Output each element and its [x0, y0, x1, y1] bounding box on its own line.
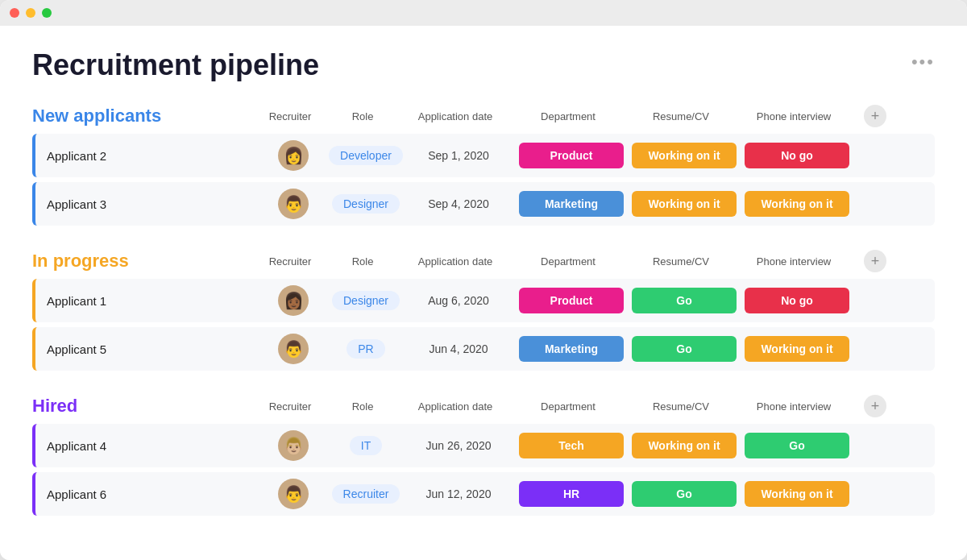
- application-date: Jun 26, 2020: [406, 439, 511, 452]
- avatar: 👨🏼: [278, 430, 309, 461]
- col-header-role: Role: [322, 400, 403, 413]
- resume-badge[interactable]: Go: [632, 288, 737, 313]
- more-options-button[interactable]: •••: [911, 52, 935, 73]
- col-header-application-date: Application date: [403, 255, 508, 268]
- col-header-resume-cv: Resume/CV: [629, 110, 733, 122]
- page-title: Recruitment pipeline: [32, 48, 319, 82]
- applicant-name: Applicant 4: [35, 439, 261, 453]
- phone-interview-badge[interactable]: Working on it: [745, 481, 849, 507]
- resume-cell: Go: [632, 288, 737, 313]
- phone-interview-cell: Working on it: [737, 336, 857, 362]
- col-header-phone-interview: Phone interview: [733, 400, 854, 413]
- section-header-hired: HiredRecruiterRoleApplication dateDepart…: [32, 395, 935, 421]
- phone-interview-cell: Working on it: [737, 481, 857, 507]
- avatar: 👨: [278, 334, 309, 364]
- applicant-name: Applicant 3: [35, 197, 261, 211]
- col-header-department: Department: [508, 255, 629, 268]
- table-row: Applicant 4👨🏼ITJun 26, 2020TechWorking o…: [32, 424, 935, 467]
- avatar-cell: 👨: [261, 479, 326, 509]
- department-badge[interactable]: HR: [519, 481, 624, 507]
- role-cell: Designer: [326, 291, 406, 310]
- phone-interview-badge[interactable]: No go: [745, 143, 849, 168]
- col-header-role: Role: [322, 255, 403, 268]
- resume-cell: Working on it: [632, 191, 737, 217]
- phone-interview-badge[interactable]: Working on it: [745, 191, 849, 217]
- section-header-new: New applicantsRecruiterRoleApplication d…: [32, 105, 935, 131]
- resume-cell: Go: [632, 481, 737, 507]
- section-title-progress: In progress: [32, 251, 258, 272]
- section-hired: HiredRecruiterRoleApplication dateDepart…: [32, 395, 935, 516]
- section-header-progress: In progressRecruiterRoleApplication date…: [32, 250, 935, 276]
- resume-badge[interactable]: Working on it: [632, 143, 737, 168]
- phone-interview-badge[interactable]: No go: [745, 288, 849, 313]
- avatar-cell: 👩: [261, 140, 326, 171]
- col-header-application-date: Application date: [403, 110, 508, 122]
- role-cell: Designer: [326, 194, 406, 214]
- role-badge[interactable]: Developer: [329, 146, 403, 165]
- minimize-dot: [26, 8, 35, 18]
- col-header-application-date: Application date: [403, 400, 508, 413]
- add-button-progress[interactable]: +: [864, 250, 886, 272]
- add-button-new[interactable]: +: [864, 105, 886, 127]
- avatar: 👨: [278, 479, 309, 509]
- role-badge[interactable]: Recruiter: [332, 484, 400, 504]
- role-cell: PR: [326, 339, 406, 359]
- resume-cell: Go: [632, 336, 737, 362]
- application-date: Sep 1, 2020: [406, 149, 511, 162]
- col-header-resume-cv: Resume/CV: [629, 400, 733, 413]
- col-header-recruiter: Recruiter: [258, 255, 322, 268]
- department-cell: HR: [511, 481, 632, 507]
- table-row: Applicant 1👩🏾DesignerAug 6, 2020ProductG…: [32, 279, 935, 322]
- applicant-name: Applicant 2: [35, 149, 261, 163]
- applicant-name: Applicant 1: [35, 294, 261, 308]
- sections-container: New applicantsRecruiterRoleApplication d…: [32, 105, 935, 516]
- avatar: 👩: [278, 140, 309, 171]
- phone-interview-cell: No go: [737, 288, 857, 313]
- resume-badge[interactable]: Go: [632, 481, 737, 507]
- department-badge[interactable]: Marketing: [519, 336, 624, 362]
- col-header-recruiter: Recruiter: [258, 110, 322, 122]
- department-badge[interactable]: Tech: [519, 433, 624, 458]
- table-row: Applicant 5👨PRJun 4, 2020MarketingGoWork…: [32, 327, 935, 371]
- col-header-department: Department: [508, 110, 629, 122]
- department-cell: Tech: [511, 433, 632, 458]
- col-header-recruiter: Recruiter: [258, 400, 322, 413]
- phone-interview-badge[interactable]: Go: [745, 433, 849, 458]
- app-window: Recruitment pipeline ••• New applicantsR…: [0, 0, 967, 560]
- avatar-cell: 👩🏾: [261, 285, 326, 316]
- phone-interview-badge[interactable]: Working on it: [745, 336, 849, 362]
- department-badge[interactable]: Product: [519, 143, 624, 168]
- title-bar: [0, 0, 967, 26]
- col-header-phone-interview: Phone interview: [733, 255, 854, 268]
- maximize-dot: [42, 8, 52, 18]
- role-badge[interactable]: Designer: [332, 194, 400, 214]
- col-header-role: Role: [322, 110, 403, 122]
- table-row: Applicant 6👨RecruiterJun 12, 2020HRGoWor…: [32, 472, 935, 516]
- phone-interview-cell: Go: [737, 433, 857, 458]
- section-title-hired: Hired: [32, 396, 258, 417]
- role-badge[interactable]: PR: [347, 339, 384, 359]
- avatar-cell: 👨: [261, 334, 326, 364]
- col-header-phone-interview: Phone interview: [733, 110, 854, 122]
- department-cell: Marketing: [511, 336, 632, 362]
- avatar: 👨: [278, 189, 309, 219]
- department-badge[interactable]: Product: [519, 288, 624, 313]
- close-dot: [10, 8, 19, 18]
- resume-cell: Working on it: [632, 143, 737, 168]
- phone-interview-cell: Working on it: [737, 191, 857, 217]
- resume-badge[interactable]: Go: [632, 336, 737, 362]
- avatar-cell: 👨🏼: [261, 430, 326, 461]
- role-badge[interactable]: Designer: [332, 291, 400, 310]
- role-cell: IT: [326, 436, 406, 455]
- department-badge[interactable]: Marketing: [519, 191, 624, 217]
- role-badge[interactable]: IT: [350, 436, 382, 455]
- application-date: Aug 6, 2020: [406, 294, 511, 307]
- resume-badge[interactable]: Working on it: [632, 191, 737, 217]
- phone-interview-cell: No go: [737, 143, 857, 168]
- resume-badge[interactable]: Working on it: [632, 433, 737, 458]
- section-progress: In progressRecruiterRoleApplication date…: [32, 250, 935, 371]
- add-button-hired[interactable]: +: [864, 395, 886, 417]
- table-row: Applicant 3👨DesignerSep 4, 2020Marketing…: [32, 182, 935, 226]
- role-cell: Recruiter: [326, 484, 406, 504]
- table-row: Applicant 2👩DeveloperSep 1, 2020ProductW…: [32, 134, 935, 177]
